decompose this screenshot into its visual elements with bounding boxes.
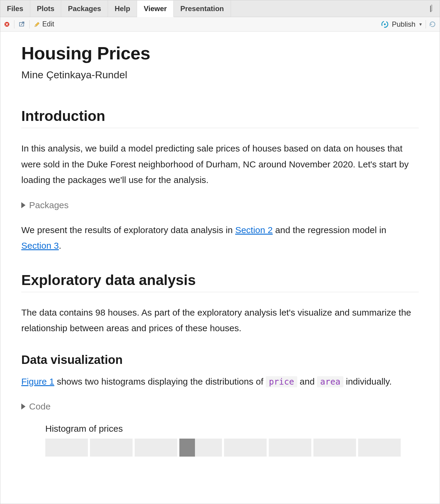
- section-heading-introduction: Introduction: [21, 108, 419, 128]
- open-in-browser-icon[interactable]: [19, 21, 25, 27]
- publish-button[interactable]: Publish ▼: [381, 20, 423, 28]
- document-title: Housing Prices: [21, 43, 419, 64]
- histogram-prices: [45, 439, 419, 457]
- link-section-2[interactable]: Section 2: [235, 225, 273, 235]
- code-price: price: [266, 376, 297, 387]
- hist-bar: [179, 439, 195, 457]
- text-fragment: individually.: [343, 376, 392, 386]
- text-fragment: shows two histograms displaying the dist…: [54, 376, 266, 386]
- hist-bar: [313, 439, 356, 457]
- maximize-pane-icon[interactable]: [430, 6, 437, 11]
- figure-1: Histogram of prices: [45, 424, 419, 457]
- fold-packages-label: Packages: [29, 200, 69, 210]
- tab-plots[interactable]: Plots: [30, 0, 61, 17]
- pane-tabbar: Files Plots Packages Help Viewer Present…: [0, 0, 440, 17]
- toolbar-right: Publish ▼: [381, 20, 436, 28]
- tab-presentation[interactable]: Presentation: [174, 0, 231, 17]
- toolbar-separator: [14, 20, 14, 28]
- pencil-icon: [34, 21, 40, 27]
- toolbar-separator: [29, 20, 30, 28]
- rendered-document[interactable]: Housing Prices Mine Çetinkaya-Rundel Int…: [0, 32, 440, 504]
- hist-bar: [90, 439, 133, 457]
- minimize-pane-icon[interactable]: [421, 6, 428, 11]
- code-area: area: [317, 376, 343, 387]
- disclosure-triangle-icon: [21, 202, 25, 208]
- tabbar-window-controls: [421, 0, 440, 17]
- text-fragment: We present the results of exploratory da…: [21, 225, 235, 235]
- eda-paragraph-1: The data contains 98 houses. As part of …: [21, 305, 419, 336]
- hist-bar: [135, 439, 177, 457]
- link-figure-1[interactable]: Figure 1: [21, 376, 54, 386]
- hist-bar: [269, 439, 311, 457]
- svg-point-3: [384, 23, 386, 25]
- edit-label: Edit: [42, 20, 54, 28]
- fold-packages[interactable]: Packages: [21, 200, 419, 210]
- fold-code-label: Code: [29, 401, 51, 412]
- publish-label: Publish: [392, 20, 415, 28]
- remove-viewer-icon[interactable]: [4, 21, 10, 27]
- viewer-pane: Files Plots Packages Help Viewer Present…: [0, 0, 440, 504]
- tab-files[interactable]: Files: [0, 0, 30, 17]
- subsection-heading-viz: Data visualization: [21, 353, 419, 367]
- fold-code[interactable]: Code: [21, 401, 419, 412]
- document-author: Mine Çetinkaya-Rundel: [21, 69, 419, 81]
- section-heading-eda: Exploratory data analysis: [21, 272, 419, 292]
- viewer-toolbar: Edit Publish ▼: [0, 17, 440, 32]
- edit-button[interactable]: Edit: [34, 20, 54, 28]
- hist-bar: [195, 439, 222, 457]
- link-section-3[interactable]: Section 3: [21, 241, 59, 250]
- tab-viewer[interactable]: Viewer: [137, 1, 174, 17]
- refresh-icon[interactable]: [429, 21, 436, 28]
- text-fragment: .: [59, 241, 61, 250]
- toolbar-separator: [426, 20, 426, 28]
- disclosure-triangle-icon: [21, 404, 25, 410]
- chevron-down-icon: ▼: [418, 22, 423, 27]
- tab-help[interactable]: Help: [108, 0, 137, 17]
- figure-title: Histogram of prices: [45, 424, 419, 434]
- viz-paragraph-1: Figure 1 shows two histograms displaying…: [21, 374, 419, 390]
- text-fragment: and: [297, 376, 317, 386]
- text-fragment: and the regression model in: [273, 225, 386, 235]
- hist-bar: [45, 439, 88, 457]
- tab-packages[interactable]: Packages: [61, 0, 108, 17]
- intro-paragraph-1: In this analysis, we build a model predi…: [21, 141, 419, 188]
- hist-bar: [358, 439, 401, 457]
- intro-paragraph-2: We present the results of exploratory da…: [21, 222, 419, 254]
- publish-icon: [381, 20, 389, 28]
- hist-bar: [224, 439, 267, 457]
